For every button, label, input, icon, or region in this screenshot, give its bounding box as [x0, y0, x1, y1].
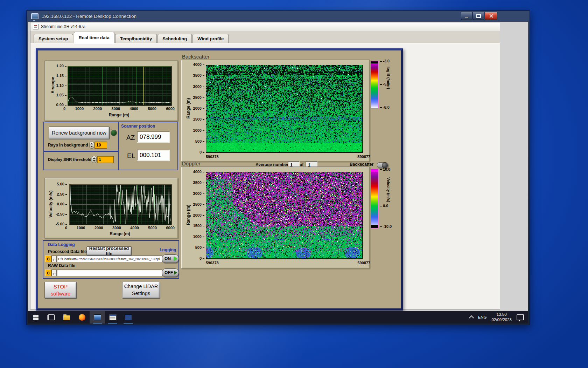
start-button[interactable] [28, 311, 43, 323]
taskbar-app-terminal[interactable] [120, 311, 136, 323]
background-control-box: Renew background now Rays in background … [43, 122, 119, 152]
scanner-position-box: Scanner position AZ 078.999 EL 000.101 [118, 122, 178, 170]
velocity-y-ticks: 5.002.500.00-2.50-5.00 [50, 182, 67, 226]
tick-label: 1000 [75, 107, 84, 111]
tick-label: 1.05 [56, 93, 66, 97]
streamline-title-text: StreamLine XR v14-6.vi [41, 24, 85, 29]
az-value-field: 078.999 [137, 131, 170, 143]
streamline-titlebar[interactable]: StreamLine XR v14-6.vi [30, 22, 500, 31]
velocity-plot[interactable] [69, 184, 172, 225]
rdp-window-controls [461, 12, 497, 20]
file-explorer-button[interactable] [59, 311, 74, 323]
restart-processed-file-button[interactable]: Restart processed file [86, 246, 132, 255]
el-label: EL [127, 152, 135, 160]
tick-label: 1500 [193, 224, 204, 228]
rdp-maximize-button[interactable] [473, 12, 484, 20]
tick-label: 3000 [193, 84, 204, 89]
raw-browse-icon[interactable] [51, 270, 57, 276]
data-logging-title: Data Logging [48, 242, 75, 247]
tick-label: 5.00 [57, 182, 67, 186]
processed-browse-icon[interactable] [51, 255, 57, 262]
logging-label: Logging [160, 247, 176, 252]
velocity-x-ticks: 0100020003000400050006000 [65, 226, 175, 230]
folder-icon [63, 315, 70, 320]
app-window-icon [94, 314, 101, 320]
clock[interactable]: 13:50 02/09/2023 [491, 312, 512, 322]
taskbar-app-streamline[interactable] [90, 311, 105, 323]
tick-label: 3000 [112, 226, 121, 230]
app-window-icon [109, 314, 117, 320]
firefox-button[interactable] [74, 311, 90, 323]
backscatter-cbar-tick-bottom: -8.0 [380, 105, 390, 109]
doppler-x-ticks: 590378 590877 [206, 261, 370, 265]
processed-path-field[interactable]: C:\Lidar\Data\Proc\2023\202309\20230902\… [57, 255, 162, 262]
velocity-x-axis-label: Range (m) [69, 231, 170, 236]
toggle-led-icon [174, 271, 177, 275]
tick-label: 3500 [193, 73, 204, 77]
change-lidar-settings-button[interactable]: Change LiDARSettings [122, 282, 160, 299]
tick-label: 0 [65, 226, 67, 230]
tick-label: 1.20 [56, 64, 66, 68]
rays-spinner[interactable] [89, 142, 94, 149]
tick-label: 3000 [112, 107, 120, 111]
doppler-x-right: 590877 [357, 261, 370, 265]
processed-drive-button[interactable]: C [45, 255, 51, 262]
rdp-client-area: StreamLine XR v14-6.vi System setup Real… [28, 22, 528, 323]
tick-label: 6000 [166, 226, 174, 230]
snr-threshold-label: Display SNR threshold [48, 157, 91, 162]
az-label: AZ [126, 134, 135, 142]
tab-temp-humidity[interactable]: Temp/humidity [115, 34, 157, 43]
raw-path-field[interactable] [57, 270, 162, 276]
renew-background-button[interactable]: Renew background now [49, 127, 110, 139]
tick-label: -2.50 [56, 212, 67, 216]
backscatter-cbar-label: log B (/m/sr) [386, 67, 391, 89]
stop-line2: software [51, 290, 71, 297]
doppler-cbar-tick-bottom: -10.0 [380, 224, 392, 229]
doppler-title: Doppler [182, 161, 201, 166]
raw-drive-button[interactable]: C [45, 270, 51, 276]
toggle-led-icon [174, 257, 177, 261]
minimize-icon [465, 17, 468, 18]
ascope-plot[interactable] [68, 66, 172, 106]
raw-logging-toggle[interactable]: OFF [162, 268, 179, 277]
rdp-close-button[interactable] [485, 12, 497, 20]
tab-wind-profile[interactable]: Wind profile [192, 34, 229, 43]
rays-value-field[interactable]: 10 [94, 142, 107, 149]
tick-label: 1.15 [56, 74, 66, 78]
raw-data-file-label: RAW Data file [48, 263, 75, 268]
action-center-icon[interactable] [517, 314, 524, 320]
tab-scheduling[interactable]: Scheduling [158, 34, 192, 43]
tick-label: 4000 [130, 226, 139, 230]
tick-label: 4000 [193, 62, 204, 67]
tick-label: 1000 [193, 128, 204, 132]
windows-logo-icon [33, 315, 38, 320]
processed-logging-toggle[interactable]: ON [162, 254, 179, 263]
close-icon [489, 14, 493, 18]
ascope-y-ticks: 1.201.151.101.050.99 [51, 64, 66, 107]
tab-real-time-data[interactable]: Real time data [74, 32, 114, 43]
rdp-titlebar[interactable]: 192.168.0.122 - Remote Desktop Connectio… [27, 11, 530, 22]
task-view-button[interactable] [43, 311, 59, 323]
rdp-minimize-button[interactable] [461, 12, 472, 20]
doppler-x-left: 590378 [206, 261, 219, 265]
doppler-cbar-label: Velocity (m/s) [386, 177, 391, 202]
maximize-icon [476, 14, 481, 18]
snr-control-box: Display SNR threshold 1 [43, 151, 119, 170]
stop-line1: STOP [51, 283, 71, 290]
rays-in-background-label: Rays in background [48, 143, 88, 148]
tab-system-setup[interactable]: System setup [34, 34, 73, 43]
backscatter-y-ticks: 40003500300025002000150010005000 [190, 62, 204, 154]
stop-software-button[interactable]: STOPsoftware [44, 282, 77, 299]
doppler-graph: Range (m) 400035003000250020001500100050… [181, 166, 370, 269]
tick-label: 1000 [193, 234, 204, 239]
snr-spinner[interactable] [92, 156, 97, 163]
show-hidden-icons-chevron[interactable] [469, 315, 474, 320]
snr-value-field[interactable]: 1 [97, 156, 114, 163]
language-indicator[interactable]: ENG [478, 315, 487, 319]
doppler-cbar-tick-mid: 0.0 [380, 204, 388, 208]
taskbar-app-scan-scheduler[interactable] [105, 311, 120, 323]
colorbar-gradient [371, 172, 378, 225]
tick-label: 6000 [166, 107, 174, 111]
backscatter-graph: Range (m) 400035003000250020001500100050… [181, 60, 370, 162]
backscatter-cbar-tick-top: -3.0 [380, 59, 390, 63]
